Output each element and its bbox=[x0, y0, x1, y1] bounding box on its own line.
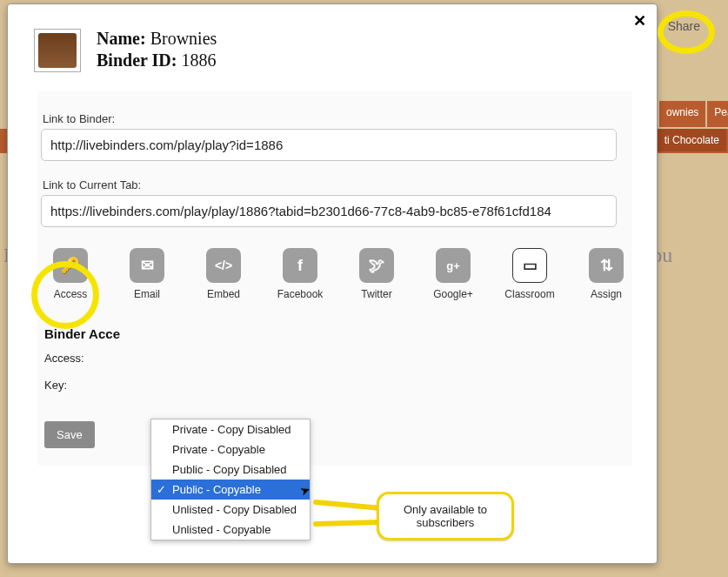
share-link[interactable]: Share bbox=[668, 19, 700, 33]
binder-name-row: Name: Brownies bbox=[97, 29, 217, 49]
close-icon[interactable]: ✕ bbox=[633, 11, 646, 30]
share-label: Access bbox=[44, 288, 97, 300]
share-label: Twitter bbox=[351, 288, 403, 300]
share-assign[interactable]: ⇅ Assign bbox=[580, 248, 632, 300]
access-option[interactable]: Unlisted - Copy Disabled bbox=[151, 500, 310, 520]
access-option[interactable]: Unlisted - Copyable bbox=[151, 520, 310, 540]
callout-arrow bbox=[307, 498, 385, 541]
callout-line1: Only available to bbox=[386, 503, 504, 516]
id-value: 1886 bbox=[181, 50, 216, 70]
bg-tab: ti Chocolate bbox=[658, 129, 726, 151]
save-button[interactable]: Save bbox=[44, 421, 95, 448]
share-label: Classroom bbox=[504, 288, 556, 300]
share-classroom[interactable]: ▭ Classroom bbox=[504, 248, 556, 300]
binder-id-row: Binder ID: 1886 bbox=[97, 50, 217, 70]
twitter-icon: 🕊 bbox=[359, 248, 394, 283]
access-option[interactable]: Private - Copyable bbox=[151, 439, 310, 460]
link-binder-label: Link to Binder: bbox=[43, 112, 632, 125]
googleplus-icon: g+ bbox=[436, 248, 471, 283]
facebook-icon: f bbox=[283, 248, 317, 283]
bg-tab: ownies bbox=[659, 101, 705, 127]
share-label: Google+ bbox=[427, 288, 479, 300]
share-access[interactable]: 🔑 Access bbox=[44, 248, 97, 300]
bg-tab: Pea bbox=[707, 101, 728, 127]
access-option-selected[interactable]: Public - Copyable bbox=[151, 480, 310, 500]
mail-icon: ✉ bbox=[130, 248, 164, 283]
link-binder-input[interactable] bbox=[41, 129, 617, 161]
binder-access-heading: Binder Acce bbox=[44, 326, 632, 341]
access-option[interactable]: Public - Copy Disabled bbox=[151, 460, 310, 480]
code-icon: </> bbox=[206, 248, 241, 283]
share-actions-row: 🔑 Access ✉ Email </> Embed f Facebook 🕊 bbox=[44, 248, 632, 300]
classroom-icon: ▭ bbox=[512, 248, 547, 283]
key-icon: 🔑 bbox=[53, 248, 88, 283]
share-label: Assign bbox=[580, 288, 632, 300]
binder-thumbnail bbox=[34, 29, 81, 72]
assign-icon: ⇅ bbox=[589, 248, 624, 283]
share-googleplus[interactable]: g+ Google+ bbox=[427, 248, 479, 300]
access-label: Access: bbox=[44, 352, 632, 365]
name-label: Name: bbox=[97, 29, 146, 48]
share-label: Embed bbox=[197, 288, 250, 300]
name-value: Brownies bbox=[150, 29, 217, 48]
access-option[interactable]: Private - Copy Disabled bbox=[151, 419, 310, 439]
share-embed[interactable]: </> Embed bbox=[197, 248, 250, 300]
access-dropdown[interactable]: Private - Copy Disabled Private - Copyab… bbox=[150, 419, 311, 540]
id-label: Binder ID: bbox=[97, 50, 177, 70]
link-tab-label: Link to Current Tab: bbox=[43, 178, 632, 191]
share-facebook[interactable]: f Facebook bbox=[274, 248, 326, 300]
callout-bubble: Only available to subscribers bbox=[377, 492, 514, 540]
share-label: Facebook bbox=[274, 288, 326, 300]
share-twitter[interactable]: 🕊 Twitter bbox=[351, 248, 403, 300]
link-tab-input[interactable] bbox=[41, 195, 617, 227]
share-label: Email bbox=[121, 288, 173, 300]
share-modal: ✕ Name: Brownies Binder ID: 1886 Link to… bbox=[7, 3, 658, 564]
key-label: Key: bbox=[44, 379, 632, 392]
share-email[interactable]: ✉ Email bbox=[121, 248, 173, 300]
callout-line2: subscribers bbox=[386, 516, 504, 529]
